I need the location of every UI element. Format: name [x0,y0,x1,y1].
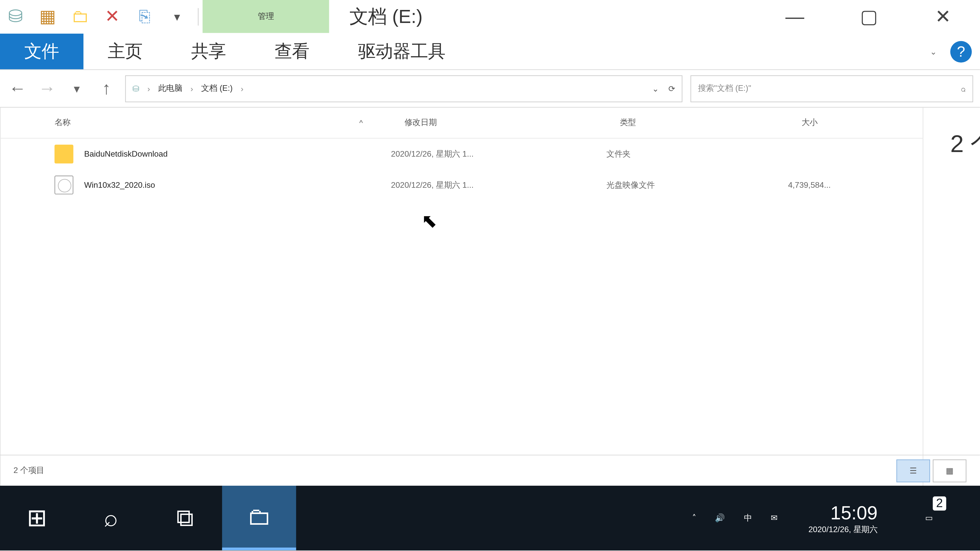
start-button[interactable]: ⊞ [0,486,74,550]
file-type: 文件夹 [606,148,788,160]
file-row[interactable]: BaiduNetdiskDownload2020/12/26, 星期六 1...… [1,138,923,169]
new-folder-icon[interactable]: 🗀 [68,8,92,25]
separator [198,8,199,25]
breadcrumb-pc[interactable]: 此电脑 [158,83,183,94]
address-dropdown-icon[interactable]: ⌄ [652,84,659,93]
ribbon-tabs: 文件 主页 共享 查看 驱动器工具 ⌄ ? [0,34,980,70]
tab-file[interactable]: 文件 [0,34,83,69]
minimize-button[interactable]: — [758,0,832,33]
content-area: 名称˄ 修改日期 类型 大小 BaiduNetdiskDownload2020/… [1,108,980,486]
close-button[interactable]: ✕ [906,0,980,33]
address-row: ← → ▾ ↑ ⛁ › 此电脑 › 文档 (E:) › ⌄ ⟳ 搜索"文档 (E… [0,70,980,108]
column-headers[interactable]: 名称˄ 修改日期 类型 大小 [1,108,923,138]
disc-image-icon [55,176,73,194]
file-date: 2020/12/26, 星期六 1... [391,179,606,191]
action-center-icon[interactable]: ▭ 2 [908,513,949,523]
file-type: 光盘映像文件 [606,179,788,191]
drive-small-icon: ⛁ [132,84,139,93]
file-name: Win10x32_2020.iso [84,180,155,190]
nav-recent-icon[interactable]: ▾ [66,78,87,99]
properties-icon[interactable]: ▦ [36,8,59,25]
view-icons-button[interactable]: ▦ [933,459,966,482]
cursor-icon: ⬉ [422,210,437,232]
column-name[interactable]: 名称˄ [1,117,391,129]
tray-app-icon[interactable]: ✉ [771,513,777,523]
file-size: 4,739,584... [788,180,923,190]
file-name: BaiduNetdiskDownload [84,149,168,159]
search-input[interactable]: 搜索"文档 (E:)" ⌕ [690,75,974,102]
status-text: 2 个项目 [14,465,45,476]
window-controls: — ▢ ✕ [758,0,980,33]
titlebar: ⛁ ▦ 🗀 ✕ ⎘ ▾ 管理 文档 (E:) — ▢ ✕ [0,0,980,34]
taskbar-explorer-button[interactable]: 🗀 [222,486,296,550]
sort-asc-icon: ˄ [358,118,364,133]
column-type[interactable]: 类型 [606,117,788,129]
taskbar: ⊞ ⌕ ⧉ 🗀 ˄ 🔊 中 ✉ 15:09 2020/12/26, 星期六 ▭ … [0,486,980,550]
view-details-button[interactable]: ☰ [896,459,930,482]
notification-badge: 2 [933,496,946,510]
chevron-right-icon[interactable]: › [148,84,150,93]
tab-drive-tools[interactable]: 驱动器工具 [334,34,470,69]
tab-view[interactable]: 查看 [250,34,334,69]
chevron-right-icon[interactable]: › [190,84,193,93]
refresh-icon[interactable]: ⟳ [668,84,675,93]
column-date[interactable]: 修改日期 [391,117,606,129]
clock[interactable]: 15:09 2020/12/26, 星期六 [796,501,890,535]
file-date: 2020/12/26, 星期六 1... [391,148,606,160]
address-bar[interactable]: ⛁ › 此电脑 › 文档 (E:) › ⌄ ⟳ [125,75,682,102]
delete-icon[interactable]: ✕ [101,8,124,25]
folder-icon [55,144,73,164]
tray-overflow-icon[interactable]: ˄ [692,513,696,523]
system-tray: ˄ 🔊 中 ✉ 15:09 2020/12/26, 星期六 ▭ 2 [692,486,980,550]
clock-time: 15:09 [808,501,878,525]
task-view-button[interactable]: ⧉ [148,486,222,550]
drive-icon: ⛁ [4,8,27,25]
volume-icon[interactable]: 🔊 [715,513,725,523]
maximize-button[interactable]: ▢ [832,0,906,33]
file-list[interactable]: 名称˄ 修改日期 类型 大小 BaiduNetdiskDownload2020/… [1,108,923,486]
manage-label: 管理 [258,11,274,22]
file-row[interactable]: Win10x32_2020.iso2020/12/26, 星期六 1...光盘映… [1,170,923,200]
rename-icon[interactable]: ⎘ [133,8,156,25]
view-toggle: ☰ ▦ [896,459,966,482]
tab-home[interactable]: 主页 [83,34,167,69]
clock-date: 2020/12/26, 星期六 [808,525,878,535]
main-area: ★快速访问🗀Desktop📌🗀下载📌🗀文档📌🗀图片📌🗀excel表格制作求和📌🗀… [0,108,980,486]
search-icon[interactable]: ⌕ [961,84,966,93]
details-count: 2 个项目 [950,128,980,161]
status-bar: 2 个项目 ☰ ▦ [0,455,980,486]
ribbon-collapse-icon[interactable]: ⌄ [930,47,937,56]
help-icon[interactable]: ? [950,41,972,62]
search-button[interactable]: ⌕ [74,486,148,550]
quick-access-toolbar: ⛁ ▦ 🗀 ✕ ⎘ ▾ [0,0,203,33]
details-pane: 2 个项目 [923,108,980,486]
nav-up-icon[interactable]: ↑ [95,78,117,99]
search-placeholder: 搜索"文档 (E:)" [698,83,751,94]
column-size[interactable]: 大小 [788,117,923,129]
window-title: 文档 (E:) [329,0,442,33]
nav-forward-icon[interactable]: → [36,78,58,99]
chevron-right-icon[interactable]: › [241,84,243,93]
breadcrumb-drive[interactable]: 文档 (E:) [201,83,232,94]
tab-share[interactable]: 共享 [167,34,250,69]
nav-back-icon[interactable]: ← [6,78,28,99]
contextual-tab-manage[interactable]: 管理 [203,0,329,33]
ime-indicator[interactable]: 中 [744,512,752,524]
qat-dropdown-icon[interactable]: ▾ [165,8,189,25]
